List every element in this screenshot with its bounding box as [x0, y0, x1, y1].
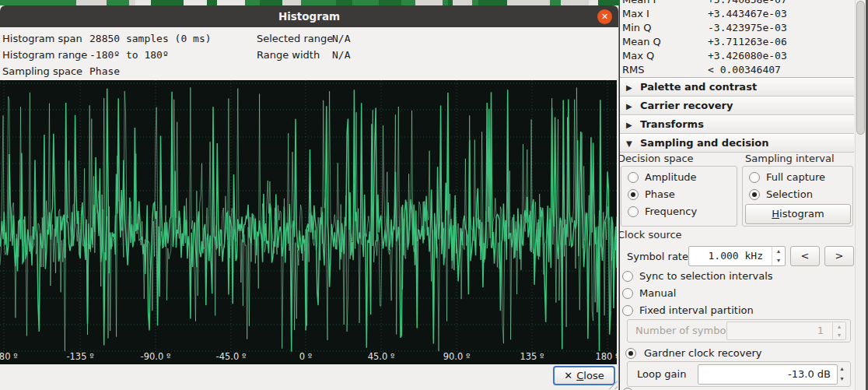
symbol-rate-value: 1.000 kHz	[689, 247, 768, 265]
radio-circle-selected-icon	[628, 189, 639, 200]
stat-mean-q: Mean Q+3.711263e-06	[622, 35, 661, 49]
chevron-right-icon: ▶	[626, 117, 635, 134]
stat-max-q: Max Q+3.426080e-03	[622, 49, 654, 63]
section-transforms[interactable]: ▶Transforms	[620, 115, 854, 134]
spin-up-icon: ▴	[833, 322, 845, 331]
histogram-plot-canvas[interactable]: -180 º-135 º-90.0 º-45.0 º0 º45.0 º90.0 …	[0, 80, 617, 364]
x-axis-tick-label: 90.0 º	[443, 351, 471, 362]
decision-space-label: Decision space	[620, 153, 694, 165]
loop-gain-spinbox[interactable]: -13.0 dB	[698, 364, 838, 385]
chevron-right-icon: ▶	[626, 79, 635, 97]
dialog-footer: ✕Close	[0, 364, 618, 390]
stat-rms: RMS< 0.00346407	[622, 63, 645, 77]
radio-circle-selected-icon	[749, 189, 760, 200]
histogram-range-value: -180º to 180º	[89, 47, 169, 63]
chevron-down-icon: ▼	[626, 135, 635, 153]
close-x-icon: ✕	[564, 370, 572, 381]
x-axis-tick-label: -135 º	[66, 351, 93, 362]
spin-up-icon: ▴	[835, 364, 849, 374]
radio-gardner-clock-recovery[interactable]: Gardner clock recovery	[625, 346, 851, 361]
sampling-space-label: Sampling space	[2, 63, 82, 79]
histogram-span-label: Histogram span	[2, 30, 82, 47]
range-width-label: Range width	[257, 47, 320, 63]
close-label-mnemonic: C	[576, 370, 583, 381]
radio-circle-selected-icon	[625, 348, 636, 359]
radio-manual[interactable]: Manual	[622, 286, 848, 301]
section-sampling-and-decision[interactable]: ▼Sampling and decision	[620, 134, 854, 153]
histogram-range-label: Histogram range	[2, 47, 87, 63]
x-axis-tick-label: -90.0 º	[141, 351, 171, 362]
spin-down-icon[interactable]: ▾	[772, 256, 785, 265]
histogram-dialog: Histogram ✕ Histogram span 28850 samples…	[0, 5, 619, 390]
selected-range-label: Selected range	[257, 30, 333, 47]
range-width-value: N/A	[332, 47, 350, 63]
histogram-button[interactable]: Histogram	[745, 204, 851, 224]
radio-circle-icon	[622, 271, 633, 282]
selected-range-value: N/A	[332, 30, 350, 47]
scrollbar-thumb[interactable]	[856, 1, 865, 135]
histogram-span-value: 28850 samples (0 ms)	[89, 30, 212, 47]
close-button[interactable]: ✕Close	[553, 366, 615, 385]
number-of-symbols-spinbox: 1 ▴ ▾	[726, 321, 846, 340]
dialog-title: Histogram	[0, 5, 618, 27]
histogram-info: Histogram span 28850 samples (0 ms) Sele…	[0, 27, 618, 80]
sampling-interval-label: Sampling interval	[745, 153, 835, 165]
dialog-titlebar[interactable]: Histogram ✕	[0, 5, 618, 27]
close-label: lose	[583, 370, 604, 381]
loop-gain-spinner[interactable]: ▴ ▾	[835, 364, 849, 385]
radio-partial-bottom[interactable]	[622, 386, 700, 390]
spin-up-icon[interactable]: ▴	[772, 247, 785, 256]
sampling-space-value: Phase	[89, 63, 120, 79]
sampling-interval-group: Full capture Selection Histogram	[742, 166, 853, 227]
symbol-rate-next-button[interactable]: >	[824, 246, 854, 266]
background-symbol-stream	[0, 0, 620, 5]
x-axis-tick-label: 45.0 º	[368, 351, 395, 362]
radio-circle-icon	[628, 206, 639, 217]
panel-scrollbar[interactable]	[855, 0, 866, 390]
number-of-symbols-frame: Number of symbols 1 ▴ ▾	[627, 319, 851, 343]
spinner-buttons[interactable]: ▴ ▾	[772, 247, 785, 265]
x-axis-tick-label: 135 º	[520, 351, 544, 362]
stat-min-q: Min Q-3.423975e-03	[622, 21, 651, 35]
radio-full-capture[interactable]: Full capture	[749, 169, 852, 186]
number-of-symbols-label: Number of symbols	[635, 320, 734, 342]
radio-circle-icon	[622, 288, 633, 299]
loop-gain-label: Loop gain	[637, 362, 686, 386]
radio-phase[interactable]: Phase	[628, 186, 737, 203]
radio-selection[interactable]: Selection	[749, 186, 852, 203]
window-close-icon[interactable]: ✕	[597, 9, 612, 24]
x-axis-tick-label: -180 º	[0, 351, 18, 362]
spin-down-icon: ▾	[835, 374, 849, 385]
section-palette-and-contrast[interactable]: ▶Palette and contrast	[620, 78, 854, 97]
section-carrier-recovery[interactable]: ▶Carrier recovery	[620, 97, 854, 115]
clock-source-label: Clock source	[620, 229, 682, 241]
symbol-rate-prev-button[interactable]: <	[790, 246, 820, 266]
radio-circle-icon	[622, 305, 633, 316]
radio-circle-icon	[628, 172, 639, 183]
radio-frequency[interactable]: Frequency	[628, 203, 737, 220]
inspector-panel: Mean I+5.740858e-07 Max I+3.443467e-03 M…	[620, 0, 868, 390]
x-axis-tick-label: -45.0 º	[216, 351, 247, 362]
stat-max-i: Max I+3.443467e-03	[622, 7, 649, 21]
x-axis-tick-label: 0 º	[299, 351, 312, 362]
symbol-rate-spinbox[interactable]: 1.000 kHz ▴ ▾	[688, 246, 786, 266]
decision-space-group: Amplitude Phase Frequency	[621, 166, 737, 227]
radio-sync-to-selection[interactable]: Sync to selection intervals	[622, 269, 848, 284]
symbol-rate-label: Symbol rate	[627, 248, 688, 265]
radio-circle-icon	[749, 172, 760, 183]
chevron-right-icon: ▶	[626, 98, 635, 115]
spin-down-icon: ▾	[833, 331, 845, 339]
x-axis-tick-label: 180 º	[595, 351, 617, 362]
loop-gain-frame: Loop gain -13.0 dB ▴ ▾	[627, 361, 851, 387]
screen: Histogram ✕ Histogram span 28850 samples…	[0, 0, 868, 390]
stat-mean-i: Mean I+5.740858e-07	[622, 0, 656, 7]
radio-amplitude[interactable]: Amplitude	[628, 169, 737, 186]
radio-fixed-interval-partition[interactable]: Fixed interval partition	[622, 303, 848, 318]
